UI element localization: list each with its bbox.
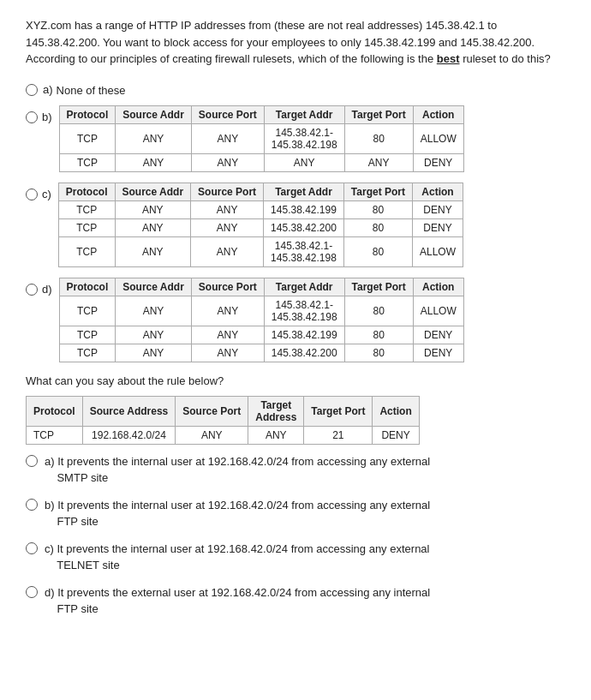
ref-table-wrap: Protocol Source Address Source Port Targ… xyxy=(26,396,565,445)
intro-text-end: ruleset to do this? xyxy=(463,52,551,65)
option-a-letter: a) xyxy=(26,83,53,96)
table-c-header-target-addr: Target Addr xyxy=(264,182,344,200)
answer-option-d: d) It prevents the external user at 192.… xyxy=(26,584,565,618)
option-b-radio[interactable] xyxy=(26,111,38,123)
ref-header-protocol: Protocol xyxy=(27,396,83,426)
answer-a-text: a) It prevents the internal user at 192.… xyxy=(45,453,430,487)
option-a-label: a) xyxy=(43,83,53,96)
table-b-header-action: Action xyxy=(413,105,463,123)
table-row: TCP ANY ANY 145.38.42.199 80 DENY xyxy=(59,326,463,344)
table-row: TCP ANY ANY 145.38.42.200 80 DENY xyxy=(58,218,463,236)
ref-header-target-port: Target Port xyxy=(304,396,373,426)
table-c-header-action: Action xyxy=(412,182,463,200)
table-c-header-source-port: Source Port xyxy=(191,182,264,200)
answer-option-c: c) It prevents the internal user at 192.… xyxy=(26,541,565,574)
intro-best-word: best xyxy=(437,52,460,65)
option-b-label: b) xyxy=(42,111,52,123)
option-b-row: b) Protocol Source Addr Source Port Targ… xyxy=(26,105,565,172)
table-row: TCP ANY ANY 145.38.42.200 80 DENY xyxy=(59,344,463,362)
table-row: TCP 192.168.42.0/24 ANY ANY 21 DENY xyxy=(27,426,420,444)
table-b-header-target-port: Target Port xyxy=(344,105,413,123)
answer-a-radio[interactable] xyxy=(26,455,38,467)
table-c-header-protocol: Protocol xyxy=(58,182,115,200)
option-a-row: a) None of these xyxy=(26,83,565,97)
table-b-header-target-addr: Target Addr xyxy=(264,105,344,123)
table-row: TCP ANY ANY 145.38.42.1-145.38.42.198 80… xyxy=(59,296,463,326)
answer-b-text: b) It prevents the internal user at 192.… xyxy=(45,497,430,530)
table-c-header-source-addr: Source Addr xyxy=(115,182,191,200)
answer-option-b: b) It prevents the internal user at 192.… xyxy=(26,497,565,530)
answer-d-radio[interactable] xyxy=(26,586,38,598)
ref-header-target-address: TargetAddress xyxy=(248,396,304,426)
option-d-radio[interactable] xyxy=(26,284,38,296)
ref-header-source-port: Source Port xyxy=(176,396,248,426)
table-b-header-source-port: Source Port xyxy=(191,105,264,123)
option-d-letter: d) xyxy=(26,278,52,296)
table-b: Protocol Source Addr Source Port Target … xyxy=(59,105,464,172)
option-c-label: c) xyxy=(42,188,51,200)
table-d-header-action: Action xyxy=(413,278,463,296)
answer-options: a) It prevents the internal user at 192.… xyxy=(26,453,565,618)
answer-c-text: c) It prevents the internal user at 192.… xyxy=(45,541,429,574)
table-d-header-target-addr: Target Addr xyxy=(264,278,344,296)
option-d-label: d) xyxy=(42,283,52,296)
option-d-row: d) Protocol Source Addr Source Port Targ… xyxy=(26,278,565,362)
table-row: TCP ANY ANY ANY ANY DENY xyxy=(59,153,463,171)
answer-d-text: d) It prevents the external user at 192.… xyxy=(45,584,430,618)
table-d: Protocol Source Addr Source Port Target … xyxy=(59,278,464,362)
ref-table: Protocol Source Address Source Port Targ… xyxy=(26,396,420,445)
option-c-radio[interactable] xyxy=(26,188,38,200)
table-row: TCP ANY ANY 145.38.42.1-145.38.42.198 80… xyxy=(59,123,463,153)
option-c-letter: c) xyxy=(26,182,51,200)
table-row: TCP ANY ANY 145.38.42.1-145.38.42.198 80… xyxy=(58,236,463,266)
intro-paragraph: XYZ.com has a range of HTTP IP addresses… xyxy=(26,17,565,68)
answer-b-radio[interactable] xyxy=(26,499,38,511)
table-c: Protocol Source Addr Source Port Target … xyxy=(58,182,463,267)
table-b-header-source-addr: Source Addr xyxy=(116,105,192,123)
question2-title: What can you say about the rule below? xyxy=(26,374,565,387)
answer-option-a: a) It prevents the internal user at 192.… xyxy=(26,453,565,487)
table-d-header-source-addr: Source Addr xyxy=(116,278,192,296)
answer-c-radio[interactable] xyxy=(26,542,38,554)
option-c-row: c) Protocol Source Addr Source Port Targ… xyxy=(26,182,565,267)
option-b-letter: b) xyxy=(26,105,52,123)
option-a-radio[interactable] xyxy=(26,84,38,96)
ref-header-source-address: Source Address xyxy=(82,396,176,426)
table-c-header-target-port: Target Port xyxy=(343,182,412,200)
table-d-header-target-port: Target Port xyxy=(344,278,413,296)
question2-block: What can you say about the rule below? P… xyxy=(26,374,565,618)
table-d-header-protocol: Protocol xyxy=(59,278,116,296)
table-b-header-protocol: Protocol xyxy=(59,105,116,123)
table-row: TCP ANY ANY 145.38.42.199 80 DENY xyxy=(58,200,463,218)
ref-header-action: Action xyxy=(373,396,419,426)
option-a-text: None of these xyxy=(57,84,126,97)
table-d-header-source-port: Source Port xyxy=(191,278,264,296)
